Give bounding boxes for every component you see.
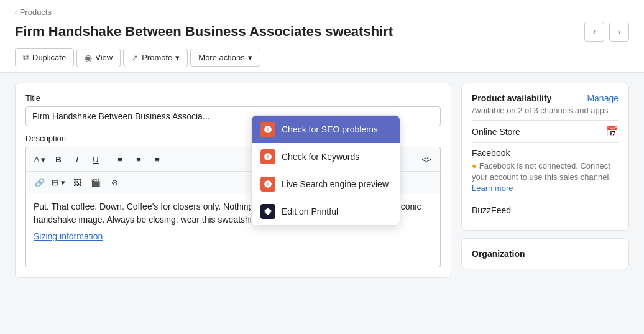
- availability-header: Product availability Manage: [472, 93, 619, 103]
- dropdown-item-printful-label: Edit on Printful: [282, 206, 338, 216]
- sidebar: Product availability Manage Available on…: [461, 83, 629, 324]
- facebook-section: Facebook ●Facebook is not connected. Con…: [472, 142, 619, 200]
- page: ‹ Products Firm Handshake Between Busine…: [0, 0, 644, 334]
- prev-button[interactable]: ‹: [584, 22, 604, 42]
- rankmath-keywords-icon: [260, 149, 275, 164]
- header: ‹ Products Firm Handshake Between Busine…: [0, 0, 644, 73]
- duplicate-icon: ⧉: [23, 52, 29, 63]
- editor-bold-btn[interactable]: B: [50, 151, 67, 167]
- editor-code-btn[interactable]: <>: [418, 151, 435, 167]
- dropdown-item-preview-label: Live Search engine preview: [282, 179, 389, 189]
- rankmath-seo-icon: [260, 122, 275, 137]
- title-row: Firm Handshake Between Business Associat…: [15, 22, 629, 42]
- main-column: Title Description A ▾ B I U ≡ ≡ ≡ <>: [15, 83, 451, 324]
- editor-align-center-btn[interactable]: ≡: [130, 151, 147, 167]
- organization-title: Organization: [472, 249, 619, 259]
- breadcrumb-chevron-icon: ‹: [15, 9, 17, 16]
- online-store-name: Online Store: [472, 127, 520, 137]
- editor-table-btn[interactable]: ⊞ ▾: [50, 174, 67, 190]
- editor-italic-btn[interactable]: I: [68, 151, 86, 167]
- editor-image-btn[interactable]: 🖼: [68, 174, 86, 190]
- availability-subtitle: Available on 2 of 3 channels and apps: [472, 106, 619, 115]
- dropdown-item-printful[interactable]: Edit on Printful: [252, 198, 400, 225]
- printful-icon: [260, 204, 275, 219]
- editor-link-btn[interactable]: 🔗: [31, 174, 48, 190]
- breadcrumb-products-link[interactable]: Products: [20, 7, 52, 17]
- learn-more-link[interactable]: Learn more: [472, 183, 513, 193]
- title-field-label: Title: [25, 93, 441, 103]
- buzzfeed-row: BuzzFeed: [472, 200, 619, 220]
- promote-chevron-icon: ▾: [175, 53, 180, 62]
- next-button[interactable]: ›: [609, 22, 629, 42]
- facebook-message: ●Facebook is not connected. Connect your…: [472, 160, 619, 195]
- editor-underline-btn[interactable]: U: [87, 151, 104, 167]
- more-actions-button[interactable]: More actions ▾: [190, 49, 260, 67]
- promote-button[interactable]: ↗ Promote ▾: [123, 49, 188, 67]
- calendar-icon[interactable]: 📅: [606, 126, 619, 137]
- more-actions-dropdown: Check for SEO problems Check for Keyword…: [251, 115, 400, 226]
- editor-clear-btn[interactable]: ⊘: [106, 174, 123, 190]
- dropdown-item-keywords[interactable]: Check for Keywords: [252, 143, 400, 170]
- content: Title Description A ▾ B I U ≡ ≡ ≡ <>: [0, 73, 644, 334]
- toolbar: ⧉ Duplicate ◉ View ↗ Promote ▾ More acti…: [15, 48, 629, 72]
- dropdown-item-keywords-label: Check for Keywords: [282, 152, 359, 162]
- page-title: Firm Handshake Between Business Associat…: [15, 24, 393, 40]
- editor-align-left-btn[interactable]: ≡: [111, 151, 129, 167]
- more-actions-chevron-icon: ▾: [248, 53, 252, 62]
- organization-card: Organization: [461, 238, 629, 269]
- sizing-information-link[interactable]: Sizing information: [34, 231, 433, 241]
- rankmath-preview-icon: [260, 177, 275, 192]
- buzzfeed-name: BuzzFeed: [472, 205, 511, 215]
- facebook-title: Facebook: [472, 148, 619, 158]
- duplicate-button[interactable]: ⧉ Duplicate: [15, 48, 74, 67]
- promote-icon: ↗: [131, 53, 139, 63]
- dropdown-item-seo[interactable]: Check for SEO problems: [252, 116, 400, 143]
- breadcrumb: ‹ Products: [15, 7, 629, 17]
- online-store-row: Online Store 📅: [472, 120, 619, 142]
- eye-icon: ◉: [85, 53, 92, 63]
- editor-font-btn[interactable]: A ▾: [31, 151, 48, 167]
- editor-separator: [108, 154, 108, 165]
- nav-arrows: ‹ ›: [584, 22, 629, 42]
- availability-card: Product availability Manage Available on…: [461, 83, 629, 231]
- editor-video-btn[interactable]: 🎬: [87, 174, 104, 190]
- dropdown-item-preview[interactable]: Live Search engine preview: [252, 170, 400, 198]
- dropdown-item-seo-label: Check for SEO problems: [282, 124, 378, 134]
- manage-link[interactable]: Manage: [587, 93, 619, 103]
- facebook-status-dot: ●: [472, 161, 477, 170]
- editor-align-right-btn[interactable]: ≡: [149, 151, 166, 167]
- view-button[interactable]: ◉ View: [76, 49, 121, 67]
- availability-title: Product availability: [472, 93, 551, 103]
